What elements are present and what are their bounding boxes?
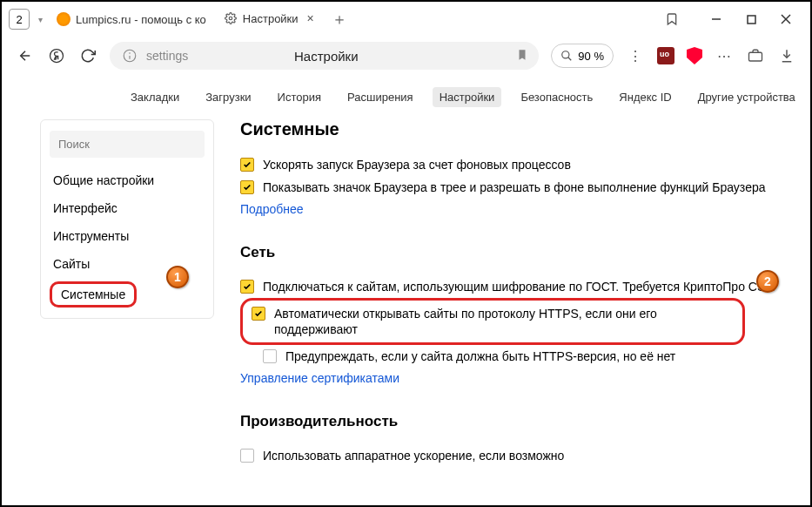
- url-field[interactable]: settings Настройки: [110, 42, 539, 70]
- setting-label: Показывать значок Браузера в трее и разр…: [263, 179, 766, 195]
- settings-top-nav: Закладки Загрузки История Расширения Нас…: [2, 75, 810, 119]
- svg-rect-2: [748, 16, 755, 24]
- setting-label: Использовать аппаратное ускорение, если …: [263, 448, 564, 463]
- chevron-down-icon[interactable]: ▾: [38, 15, 43, 24]
- svg-point-7: [562, 51, 569, 58]
- bookmark-icon[interactable]: [516, 48, 528, 64]
- tab-title: Настройки: [243, 12, 299, 25]
- extension-ublock-icon[interactable]: [657, 47, 674, 64]
- setting-label: Автоматически открывать сайты по протоко…: [274, 306, 734, 337]
- nav-security[interactable]: Безопасность: [513, 87, 600, 107]
- back-button[interactable]: [16, 46, 35, 65]
- nav-bookmarks[interactable]: Закладки: [124, 87, 186, 107]
- setting-row: Подключаться к сайтам, использующим шифр…: [240, 275, 789, 298]
- bookmark-ribbon-icon[interactable]: [662, 10, 681, 29]
- nav-other-devices[interactable]: Другие устройства: [691, 87, 802, 107]
- link-certificates[interactable]: Управление сертификатами: [240, 368, 399, 389]
- maximize-button[interactable]: [734, 6, 768, 32]
- link-more[interactable]: Подробнее: [240, 199, 304, 220]
- https-option-callout: Автоматически открывать сайты по протоко…: [240, 298, 745, 345]
- svg-line-8: [568, 57, 572, 61]
- settings-main: Поиск Общие настройки Интерфейс Инструме…: [2, 119, 810, 507]
- setting-row: Использовать аппаратное ускорение, если …: [240, 444, 789, 467]
- checkbox-unchecked[interactable]: [263, 349, 277, 363]
- titlebar: 2 ▾ Lumpics.ru - помощь с ко Настройки ×…: [2, 2, 810, 37]
- tab-title: Lumpics.ru - помощь с ко: [76, 13, 206, 26]
- tab-counter[interactable]: 2: [9, 9, 30, 30]
- setting-label: Ускорять запуск Браузера за счет фоновых…: [263, 157, 571, 172]
- setting-row: Предупреждать, если у сайта должна быть …: [240, 345, 789, 368]
- close-tab-icon[interactable]: ×: [307, 11, 314, 25]
- sidebar-search[interactable]: Поиск: [50, 131, 205, 158]
- sidebar-item-tools[interactable]: Инструменты: [41, 222, 213, 250]
- setting-label: Предупреждать, если у сайта должна быть …: [285, 348, 675, 364]
- checkbox-checked[interactable]: [240, 280, 254, 294]
- more-dots-icon[interactable]: ⋯: [715, 46, 734, 65]
- sidebar-item-general[interactable]: Общие настройки: [41, 166, 213, 194]
- gear-icon: [224, 11, 238, 25]
- yandex-home-icon[interactable]: [47, 46, 66, 65]
- extension-adblock-icon[interactable]: [687, 47, 702, 64]
- callout-marker-2: 2: [756, 270, 779, 293]
- heading-performance: Производительность: [240, 413, 789, 430]
- zoom-indicator[interactable]: 90 %: [551, 44, 614, 68]
- nav-extensions[interactable]: Расширения: [340, 87, 420, 107]
- settings-sidebar: Поиск Общие настройки Интерфейс Инструме…: [40, 119, 214, 319]
- nav-yandex-id[interactable]: Яндекс ID: [612, 87, 678, 107]
- setting-row: Автоматически открывать сайты по протоко…: [252, 306, 734, 337]
- checkbox-checked[interactable]: [252, 307, 265, 321]
- new-tab-button[interactable]: ＋: [328, 8, 351, 30]
- setting-row: Ускорять запуск Браузера за счет фоновых…: [240, 153, 789, 176]
- nav-downloads[interactable]: Загрузки: [198, 87, 258, 107]
- page-title-in-bar: Настройки: [143, 49, 509, 64]
- close-window-button[interactable]: [768, 6, 803, 32]
- downloads-icon[interactable]: [777, 46, 796, 65]
- setting-row: Показывать значок Браузера в трее и разр…: [240, 176, 789, 199]
- extensions-icon[interactable]: [746, 46, 765, 65]
- checkbox-checked[interactable]: [240, 158, 254, 172]
- heading-system: Системные: [240, 119, 789, 139]
- favicon-orange-icon: [57, 12, 70, 26]
- heading-network: Сеть: [240, 244, 789, 261]
- address-bar: settings Настройки 90 % ⋮ ⋯: [2, 37, 810, 75]
- nav-settings[interactable]: Настройки: [433, 87, 502, 107]
- checkbox-checked[interactable]: [240, 180, 254, 194]
- setting-label: Подключаться к сайтам, использующим шифр…: [263, 279, 775, 294]
- sidebar-item-interface[interactable]: Интерфейс: [41, 194, 213, 222]
- minimize-button[interactable]: [699, 6, 734, 32]
- sidebar-item-label: Системные: [61, 287, 125, 301]
- zoom-value: 90 %: [578, 50, 604, 63]
- reload-button[interactable]: [78, 46, 97, 65]
- checkbox-unchecked[interactable]: [240, 449, 254, 463]
- menu-dots-icon[interactable]: ⋮: [626, 46, 645, 65]
- tab-settings[interactable]: Настройки ×: [217, 6, 321, 32]
- callout-marker-1: 1: [166, 266, 189, 288]
- sidebar-item-system[interactable]: Системные 1: [41, 278, 213, 311]
- tab-lumpics[interactable]: Lumpics.ru - помощь с ко: [50, 6, 213, 32]
- svg-point-0: [229, 17, 232, 20]
- nav-history[interactable]: История: [271, 87, 328, 107]
- site-info-icon[interactable]: [120, 46, 139, 65]
- settings-content: Системные Ускорять запуск Браузера за сч…: [214, 119, 789, 507]
